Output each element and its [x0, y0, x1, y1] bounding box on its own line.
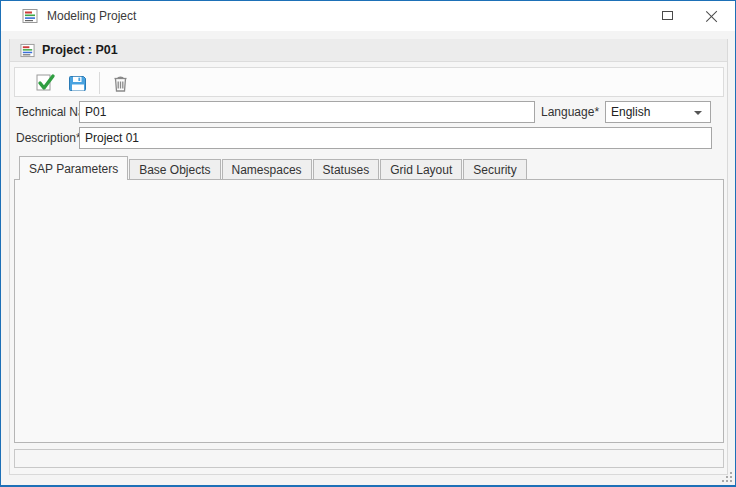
tab-base-objects[interactable]: Base Objects	[129, 159, 220, 180]
tab-security[interactable]: Security	[463, 159, 526, 180]
status-strip	[14, 449, 724, 468]
tab-grid-layout[interactable]: Grid Layout	[380, 159, 462, 180]
tab-strip: SAP Parameters Base Objects Namespaces S…	[19, 156, 528, 180]
save-button[interactable]	[65, 71, 91, 95]
tab-page-sap-parameters	[14, 179, 724, 443]
tab-sap-parameters[interactable]: SAP Parameters	[19, 156, 128, 180]
project-icon	[20, 43, 35, 58]
description-input[interactable]: Project 01	[79, 127, 712, 149]
close-icon	[706, 10, 718, 22]
save-icon	[68, 73, 88, 93]
toolbar	[14, 67, 724, 97]
title-bar[interactable]: Modeling Project	[1, 1, 735, 31]
project-header: Project : P01	[10, 39, 727, 62]
modeling-project-dialog: Modeling Project Project : P01	[0, 0, 736, 487]
tab-statuses[interactable]: Statuses	[313, 159, 380, 180]
resize-grip[interactable]	[720, 470, 732, 482]
toolbar-separator	[99, 72, 100, 94]
description-label: Description*	[16, 127, 81, 149]
language-value: English	[611, 105, 650, 119]
maximize-icon	[662, 11, 673, 20]
project-header-title: Project : P01	[42, 39, 118, 62]
trash-icon	[111, 74, 130, 93]
language-dropdown[interactable]: English	[605, 101, 711, 123]
maximize-button[interactable]	[645, 1, 690, 31]
language-label: Language*	[541, 101, 599, 123]
delete-button[interactable]	[107, 71, 133, 95]
check-icon	[35, 72, 57, 94]
window-title: Modeling Project	[47, 1, 136, 31]
close-button[interactable]	[690, 1, 735, 31]
tab-namespaces[interactable]: Namespaces	[222, 159, 312, 180]
technical-name-input[interactable]: P01	[79, 101, 535, 123]
validate-button[interactable]	[33, 71, 59, 95]
chevron-down-icon	[694, 111, 702, 115]
app-icon	[22, 8, 38, 24]
